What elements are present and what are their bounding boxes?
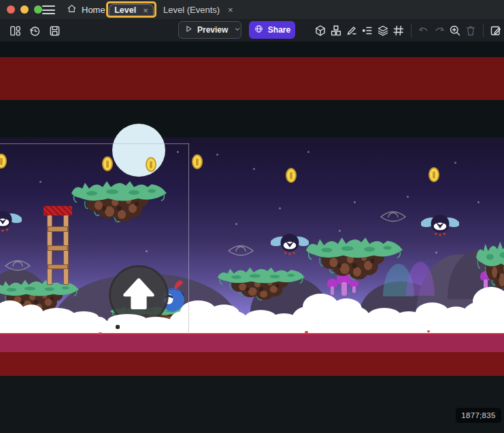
object-groups-icon[interactable]	[329, 24, 343, 37]
floating-island-sprite[interactable]	[218, 265, 305, 307]
star	[235, 223, 237, 225]
menu-icon[interactable]	[42, 5, 55, 14]
star	[307, 151, 309, 153]
star	[477, 201, 480, 203]
tab-level-events[interactable]: Level (Events) ×	[163, 0, 233, 19]
debris-speck	[116, 325, 120, 329]
maximize-window-icon[interactable]	[34, 5, 42, 14]
globe-icon	[254, 24, 264, 37]
share-button[interactable]: Share	[249, 21, 295, 39]
coin-sprite[interactable]	[102, 156, 113, 171]
delete-icon[interactable]	[464, 24, 477, 37]
floating-island-sprite[interactable]	[306, 235, 403, 289]
coin-sprite[interactable]	[0, 154, 7, 169]
objects-panel-icon[interactable]	[314, 24, 327, 37]
ground-crimson-band[interactable]	[0, 333, 504, 352]
bat-enemy-sprite[interactable]	[271, 231, 309, 258]
star	[216, 154, 218, 156]
scene-bounds-top	[0, 143, 189, 144]
scene-editor-canvas[interactable]: 1877;835	[0, 41, 504, 433]
bat-enemy-sprite[interactable]	[421, 212, 459, 239]
traffic-lights	[7, 5, 42, 14]
ladder-sprite[interactable]	[44, 206, 72, 285]
bat-enemy-sprite[interactable]	[0, 208, 22, 235]
moon-sprite[interactable]	[112, 124, 165, 177]
tab-level[interactable]: Level ×	[109, 4, 154, 16]
invisible-object-outline[interactable]	[227, 243, 254, 258]
star	[279, 207, 281, 209]
titlebar: Home Level × Level (Events) ×	[0, 0, 504, 19]
tab-home[interactable]: Home	[67, 0, 105, 19]
debris-speck	[427, 330, 430, 332]
edit-pencil-icon[interactable]	[345, 24, 358, 37]
redo-icon[interactable]	[433, 24, 446, 37]
close-tab-icon[interactable]: ×	[143, 5, 148, 16]
scene-bounds-right	[188, 143, 189, 334]
home-icon	[67, 3, 77, 16]
preview-button[interactable]: Preview	[178, 21, 241, 39]
floating-island-sprite[interactable]	[71, 178, 167, 231]
close-tab-icon[interactable]: ×	[228, 5, 233, 15]
star	[146, 250, 148, 252]
star	[435, 252, 437, 254]
tab-home-label: Home	[82, 5, 105, 15]
invisible-object-outline[interactable]	[380, 209, 407, 224]
instances-list-icon[interactable]	[360, 24, 374, 37]
save-icon[interactable]	[48, 24, 61, 37]
star	[407, 196, 409, 198]
toolbar: Preview Share	[0, 19, 504, 41]
close-window-icon[interactable]	[7, 5, 15, 14]
grid-icon[interactable]	[392, 24, 405, 37]
preview-dropdown-button[interactable]	[233, 24, 241, 36]
layers-icon[interactable]	[376, 24, 390, 37]
tab-level-events-label: Level (Events)	[163, 5, 220, 15]
zoom-in-icon[interactable]	[448, 24, 462, 37]
play-icon	[184, 24, 193, 36]
tab-highlight-box: Level ×	[106, 1, 156, 18]
history-icon[interactable]	[28, 24, 41, 37]
preview-label: Preview	[197, 25, 228, 35]
tab-level-label: Level	[114, 5, 136, 15]
coin-sprite[interactable]	[286, 168, 297, 183]
layout-panels-icon[interactable]	[8, 24, 22, 37]
chevron-down-icon	[233, 24, 241, 36]
star	[177, 151, 179, 153]
coin-sprite[interactable]	[192, 154, 203, 169]
editor-background	[0, 376, 504, 433]
cursor-coordinates-badge: 1877;835	[456, 408, 501, 423]
coin-sprite[interactable]	[146, 157, 156, 172]
debris-speck	[305, 331, 308, 333]
star	[339, 230, 341, 232]
undo-icon[interactable]	[417, 24, 431, 37]
minimize-window-icon[interactable]	[20, 5, 29, 14]
star	[253, 168, 255, 170]
ground-darkred-band[interactable]	[0, 352, 504, 376]
invisible-object-outline[interactable]	[4, 258, 31, 273]
glow-dome[interactable]	[406, 262, 435, 296]
edit-scene-properties-icon[interactable]	[489, 24, 503, 37]
share-label: Share	[268, 25, 290, 35]
cloud-sprite[interactable]	[461, 302, 504, 337]
star	[454, 162, 456, 164]
coin-sprite[interactable]	[429, 167, 439, 182]
star	[39, 181, 41, 183]
star	[354, 201, 356, 203]
debris-speck	[99, 332, 102, 334]
